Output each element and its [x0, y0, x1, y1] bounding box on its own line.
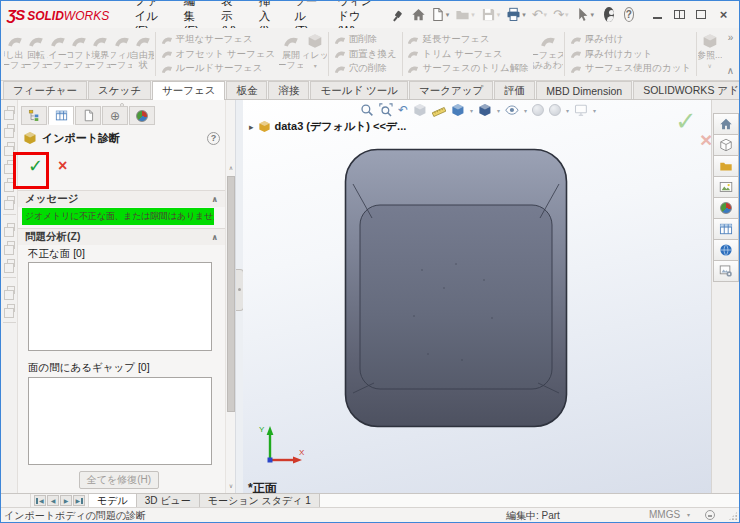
- tab-surfaces[interactable]: サーフェス: [152, 81, 225, 100]
- disabled-tool-icon[interactable]: [7, 304, 15, 312]
- zoom-area-icon[interactable]: [379, 103, 393, 117]
- open-button[interactable]: ▾: [453, 4, 479, 26]
- disabled-tool-icon[interactable]: [7, 106, 15, 114]
- untrim-surface-button[interactable]: サーフェスのトリム解除: [407, 62, 528, 75]
- boundary-surface-button[interactable]: 境界サーフェス: [90, 30, 111, 78]
- new-document-button[interactable]: ▾: [428, 4, 454, 26]
- appearances-scenes-button[interactable]: [713, 197, 739, 219]
- model-tab[interactable]: モデル: [89, 494, 137, 507]
- help-icon[interactable]: ?: [624, 7, 634, 22]
- feature-tree-flyout-item[interactable]: ▸ data3 (デフォルト) <<デ...: [249, 119, 406, 134]
- replace-face-button[interactable]: 面置き換え: [334, 48, 397, 61]
- redo-button[interactable]: ↷▾: [551, 4, 572, 26]
- expand-arrow-icon[interactable]: ▸: [249, 122, 254, 132]
- ruled-surface-button[interactable]: ルールドサーフェス: [161, 62, 276, 75]
- tab-solidworks-addins[interactable]: SOLIDWORKS アドイン: [633, 81, 740, 99]
- print-button[interactable]: ▾: [504, 4, 530, 26]
- pin-menu-icon[interactable]: [389, 9, 400, 21]
- flatten-surface-button[interactable]: 展開サーフェス: [279, 30, 303, 78]
- hide-show-items-icon[interactable]: [505, 103, 519, 117]
- user-account-icon[interactable]: [604, 7, 614, 22]
- panel-splitter[interactable]: [235, 100, 243, 495]
- caret-down-icon[interactable]: ▾: [566, 107, 569, 114]
- disabled-tool-icon[interactable]: [7, 124, 15, 132]
- caret-down-icon[interactable]: ▾: [544, 11, 548, 19]
- panel-help-button[interactable]: ?: [207, 132, 220, 145]
- caret-down-icon[interactable]: ▾: [591, 11, 595, 19]
- faulty-faces-list[interactable]: [28, 262, 212, 351]
- disabled-tool-icon[interactable]: [7, 196, 15, 204]
- select-button[interactable]: ▾: [573, 4, 599, 26]
- disabled-tool-icon[interactable]: [7, 286, 15, 294]
- dimxpertmanager-tab[interactable]: ⊕: [102, 106, 128, 125]
- file-explorer-button[interactable]: [713, 176, 739, 198]
- status-tag-icon[interactable]: [705, 510, 715, 520]
- home-button[interactable]: [409, 4, 428, 26]
- revolved-surface-button[interactable]: 回転サーフェス: [25, 30, 46, 78]
- view-orientation-icon[interactable]: [451, 103, 465, 117]
- propertymanager-tab[interactable]: [48, 106, 74, 125]
- extend-surface-button[interactable]: 延長サーフェス: [407, 33, 528, 46]
- cancel-button[interactable]: ×: [58, 158, 67, 174]
- previous-view-icon[interactable]: ↶: [398, 103, 408, 117]
- tab-evaluate[interactable]: 評価: [494, 81, 535, 99]
- custom-properties-button[interactable]: [713, 218, 739, 240]
- collapse-chevron-icon[interactable]: ∧: [212, 233, 219, 242]
- scene-settings-button[interactable]: [713, 260, 739, 282]
- view-settings-icon[interactable]: [574, 103, 588, 117]
- gaps-list[interactable]: [28, 377, 212, 465]
- tab-sheet-metal[interactable]: 板金: [226, 81, 267, 99]
- caret-down-icon[interactable]: ▾: [470, 107, 473, 114]
- graphics-area[interactable]: ↶ ▾ ▾ ▾ ▾ ▾ ▸ data3 (デフォルト) <<デ...: [243, 100, 713, 495]
- displaymanager-tab[interactable]: [129, 106, 155, 125]
- lofted-surface-button[interactable]: ロフトサーフェス: [68, 30, 89, 78]
- panel-scrollbar[interactable]: ∧ ∨: [225, 100, 235, 495]
- window-minimize-button[interactable]: [648, 5, 667, 24]
- fillet-button[interactable]: フィレット▾: [303, 30, 327, 78]
- caret-down-icon[interactable]: ▾: [471, 11, 475, 19]
- window-close-button[interactable]: ×: [714, 5, 733, 24]
- configurationmanager-tab[interactable]: [75, 106, 101, 125]
- collapse-chevron-icon[interactable]: ∧: [212, 195, 219, 204]
- solidworks-forum-button[interactable]: [713, 239, 739, 261]
- thicken-button[interactable]: 厚み付け: [570, 33, 691, 46]
- caret-down-icon[interactable]: ▾: [687, 511, 690, 518]
- swept-surface-button[interactable]: スイープサーフェス: [47, 30, 68, 78]
- tab-features[interactable]: フィーチャー: [3, 81, 87, 99]
- design-library-button[interactable]: [713, 155, 739, 177]
- filled-surface-button[interactable]: フィルサーフェス: [111, 30, 132, 78]
- ribbon-overflow-button[interactable]: »: [728, 32, 734, 43]
- next-tab-button[interactable]: ▶: [60, 495, 72, 506]
- save-button[interactable]: ▾: [479, 4, 505, 26]
- caret-down-icon[interactable]: ▾: [524, 107, 527, 114]
- caret-down-icon[interactable]: ▾: [497, 11, 501, 19]
- repair-all-button[interactable]: 全てを修復(H): [79, 471, 159, 489]
- tab-weldments[interactable]: 溶接: [268, 81, 309, 99]
- tab-mbd-dimension[interactable]: MBD Dimension: [536, 81, 632, 99]
- planar-surface-button[interactable]: 平坦なサーフェス: [161, 33, 276, 46]
- caret-down-icon[interactable]: ▾: [446, 11, 450, 19]
- window-maximize-button[interactable]: [692, 5, 711, 24]
- analysis-section-header[interactable]: 問題分析(Z) ∧: [18, 228, 225, 245]
- caret-down-icon[interactable]: ∨: [708, 62, 712, 72]
- display-style-icon[interactable]: [478, 103, 492, 117]
- scrollbar-thumb[interactable]: [227, 176, 235, 412]
- first-tab-button[interactable]: ◀: [34, 495, 46, 506]
- edit-appearance-icon[interactable]: [532, 104, 544, 116]
- delete-face-button[interactable]: 面削除: [334, 33, 397, 46]
- task-home-button[interactable]: [713, 113, 739, 135]
- disabled-tool-icon[interactable]: [7, 241, 15, 249]
- last-tab-button[interactable]: ▶: [73, 495, 85, 506]
- caret-down-icon[interactable]: ▾: [565, 11, 569, 19]
- window-tile-button[interactable]: [670, 5, 689, 24]
- reference-geometry-button[interactable]: 参照...∨: [698, 30, 722, 78]
- caret-down-icon[interactable]: ▾: [314, 62, 317, 72]
- message-section-header[interactable]: メッセージ ∧: [18, 190, 225, 207]
- tab-mold-tools[interactable]: モールド ツール: [310, 81, 408, 99]
- units-selector[interactable]: MMGS: [649, 509, 680, 520]
- apply-scene-icon[interactable]: [549, 104, 561, 116]
- knit-surface-button[interactable]: サーフェスの編みあわせ: [533, 30, 563, 78]
- confirmation-corner-ok-icon[interactable]: ✓: [675, 108, 697, 134]
- solidworks-resources-button[interactable]: [713, 134, 739, 156]
- ribbon-collapse-button[interactable]: ∧: [727, 65, 734, 76]
